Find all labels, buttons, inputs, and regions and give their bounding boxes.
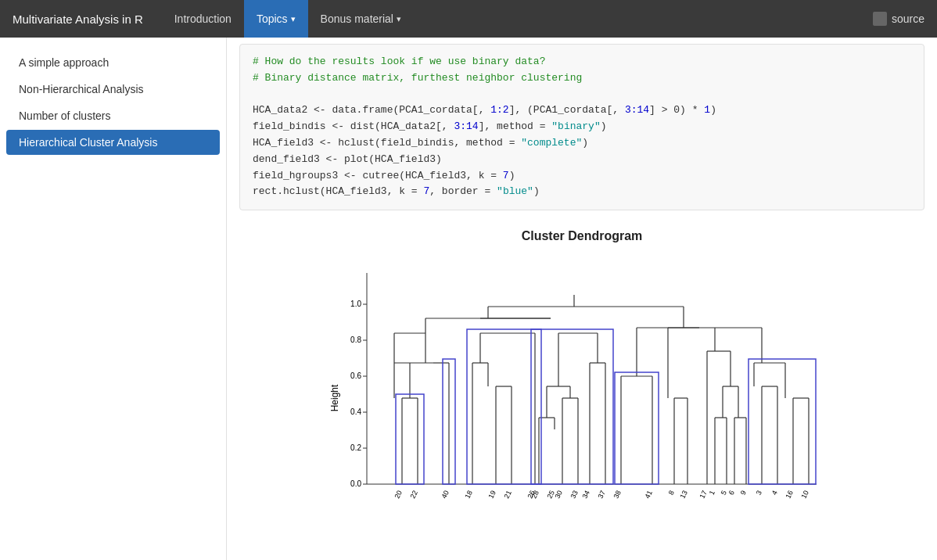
svg-text:17: 17: [698, 490, 709, 500]
svg-text:33: 33: [569, 490, 580, 500]
sidebar-item-hierarchical[interactable]: Hierarchical Cluster Analysis: [6, 130, 220, 155]
navbar-links: Introduction Topics ▾ Bonus material ▾: [162, 0, 414, 38]
svg-text:18: 18: [464, 490, 474, 500]
chart-title: Cluster Dendrogram: [522, 229, 643, 243]
svg-text:40: 40: [440, 490, 451, 500]
svg-text:38: 38: [612, 490, 623, 500]
svg-text:0.2: 0.2: [350, 443, 361, 452]
svg-text:0.0: 0.0: [350, 479, 361, 488]
svg-text:19: 19: [487, 490, 497, 500]
navbar-brand[interactable]: Multivariate Analysis in R: [13, 13, 143, 26]
svg-text:3: 3: [755, 490, 763, 497]
svg-text:6: 6: [727, 490, 736, 497]
svg-text:13: 13: [679, 490, 689, 500]
svg-rect-92: [467, 329, 541, 484]
svg-text:37: 37: [597, 490, 607, 500]
main-layout: A simple approach Non-Hierarchical Analy…: [0, 38, 937, 560]
code-comment1: # How do the results look if we use bina…: [253, 54, 911, 70]
sidebar-item-number-clusters[interactable]: Number of clusters: [6, 103, 220, 128]
code-line5: field_hgroups3 <- cutree(HCA_field3, k =…: [253, 168, 911, 185]
svg-rect-96: [749, 359, 816, 484]
code-line3: HCA_field3 <- hclust(field_bindis, metho…: [253, 135, 911, 152]
svg-text:1.0: 1.0: [350, 300, 361, 308]
svg-text:10: 10: [800, 490, 810, 500]
y-axis-label: Height: [329, 384, 340, 411]
sidebar: A simple approach Non-Hierarchical Analy…: [0, 38, 227, 560]
svg-text:21: 21: [503, 490, 513, 500]
svg-rect-93: [531, 329, 613, 484]
code-line1: HCA_data2 <- data.frame(PCA1_cordata[, 1…: [253, 102, 911, 119]
navbar-link-bonus[interactable]: Bonus material ▾: [308, 0, 414, 38]
navbar: Multivariate Analysis in R Introduction …: [0, 0, 937, 38]
svg-text:22: 22: [409, 490, 419, 500]
svg-text:20: 20: [393, 490, 404, 500]
svg-text:0.8: 0.8: [350, 336, 361, 344]
code-comment2: # Binary distance matrix, furthest neigh…: [253, 70, 911, 87]
code-blank: [253, 87, 911, 103]
navbar-link-topics[interactable]: Topics ▾: [244, 0, 308, 38]
code-line6: rect.hclust(HCA_field3, k = 7, border = …: [253, 184, 911, 200]
svg-text:16: 16: [784, 490, 795, 500]
svg-rect-90: [396, 394, 424, 484]
sidebar-item-nonhierarchical[interactable]: Non-Hierarchical Analysis: [6, 77, 220, 102]
content-area: # How do the results look if we use bina…: [227, 38, 937, 560]
chevron-down-icon: ▾: [291, 14, 296, 24]
svg-text:0.4: 0.4: [350, 407, 361, 416]
code-block: # How do the results look if we use bina…: [239, 44, 924, 210]
code-line4: dend_field3 <- plot(HCA_field3): [253, 152, 911, 168]
chevron-down-icon: ▾: [397, 14, 401, 24]
navbar-link-bonus-label: Bonus material: [321, 13, 393, 25]
source-button[interactable]: source: [873, 12, 924, 26]
svg-text:0.6: 0.6: [350, 372, 361, 380]
navbar-link-introduction[interactable]: Introduction: [162, 0, 244, 38]
chart-section: Cluster Dendrogram Height 0.0 0.2 0.4 0.…: [227, 217, 937, 544]
svg-text:41: 41: [644, 490, 654, 500]
sidebar-item-simple-approach[interactable]: A simple approach: [6, 50, 220, 75]
dendrogram-svg: Height 0.0 0.2 0.4 0.6 0.8 1.0: [324, 249, 840, 531]
svg-text:34: 34: [581, 490, 591, 500]
code-line2: field_bindis <- dist(HCA_data2[, 3:14], …: [253, 119, 911, 135]
source-label: source: [892, 13, 924, 25]
source-icon: [873, 12, 887, 26]
svg-text:9: 9: [739, 490, 748, 497]
navbar-link-topics-label: Topics: [257, 13, 288, 25]
svg-text:4: 4: [770, 490, 779, 497]
svg-text:1: 1: [708, 490, 716, 497]
svg-text:8: 8: [667, 490, 676, 497]
svg-text:30: 30: [554, 490, 564, 500]
